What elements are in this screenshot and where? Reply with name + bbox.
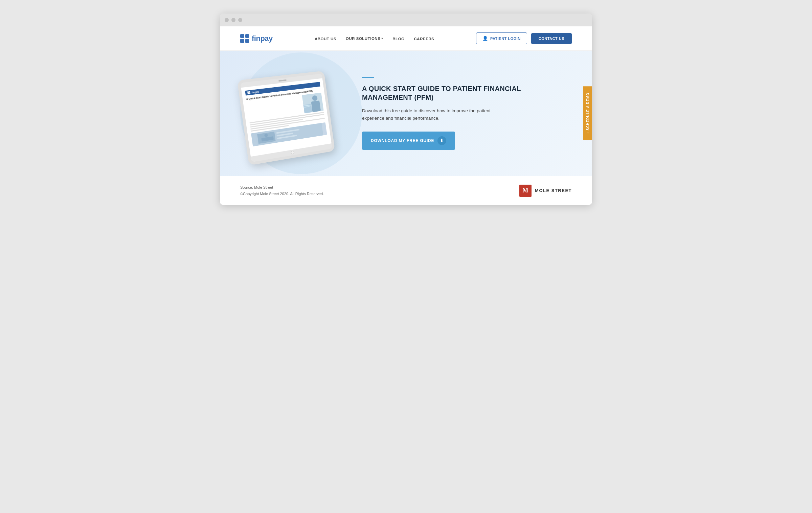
tablet-brand: finpay bbox=[251, 90, 259, 94]
tablet-logo-mini bbox=[247, 91, 250, 94]
mole-street-logo: M bbox=[519, 185, 532, 197]
hero-description: Download this free guide to discover how… bbox=[362, 107, 504, 122]
patient-login-label: PATIENT LOGIN bbox=[490, 37, 521, 41]
browser-dot-green bbox=[238, 18, 242, 22]
nav-link-solutions[interactable]: OUR SOLUTIONS bbox=[346, 37, 380, 41]
footer-brand: M MOLE STREET bbox=[519, 185, 572, 197]
nav-item-solutions[interactable]: OUR SOLUTIONS bbox=[346, 37, 383, 41]
download-label: DOWNLOAD MY FREE GUIDE bbox=[371, 138, 434, 143]
footer-source-info: Source: Mole Street ©Copyright Mole Stre… bbox=[240, 184, 324, 197]
nav-item-careers[interactable]: CAREERS bbox=[414, 36, 434, 42]
nav-link-careers[interactable]: CAREERS bbox=[414, 37, 434, 41]
tablet-person-image bbox=[302, 93, 323, 113]
footer-source-line1: Source: Mole Street bbox=[240, 184, 324, 191]
browser-dot-red bbox=[225, 18, 229, 22]
nav-actions: 👤 PATIENT LOGIN CONTACT US bbox=[476, 32, 572, 44]
hero-accent-line bbox=[362, 77, 374, 78]
contact-us-button[interactable]: CONTACT US bbox=[531, 33, 572, 44]
main-nav: ABOUT US OUR SOLUTIONS BLOG CAREERS bbox=[315, 36, 434, 42]
svg-rect-2 bbox=[311, 100, 321, 112]
person-icon: 👤 bbox=[482, 36, 488, 41]
mole-street-logo-letter: M bbox=[523, 187, 528, 194]
hero-content: A QUICK START GUIDE TO PATIENT FINANCIAL… bbox=[355, 60, 592, 166]
logo-text: finpay bbox=[252, 34, 273, 43]
contact-us-label: CONTACT US bbox=[539, 37, 564, 41]
patient-login-button[interactable]: 👤 PATIENT LOGIN bbox=[476, 32, 527, 44]
schedule-demo-label: + SCHEDULE A DEMO bbox=[586, 93, 590, 134]
download-button[interactable]: DOWNLOAD MY FREE GUIDE ⬇ bbox=[362, 132, 455, 150]
schedule-demo-tab[interactable]: + SCHEDULE A DEMO bbox=[583, 87, 592, 140]
footer-source-line2: ©Copyright Mole Street 2020. All Rights … bbox=[240, 191, 324, 197]
browser-window: finpay ABOUT US OUR SOLUTIONS BLOG CAREE… bbox=[220, 14, 592, 205]
site-header: finpay ABOUT US OUR SOLUTIONS BLOG CAREE… bbox=[220, 26, 592, 51]
tablet-home-button bbox=[291, 150, 294, 155]
nav-link-blog[interactable]: BLOG bbox=[392, 37, 404, 41]
browser-titlebar bbox=[220, 14, 592, 26]
page-wrapper: finpay ABOUT US OUR SOLUTIONS BLOG CAREE… bbox=[220, 26, 592, 205]
download-icon: ⬇ bbox=[437, 136, 446, 145]
nav-links: ABOUT US OUR SOLUTIONS BLOG CAREERS bbox=[315, 36, 434, 42]
browser-dot-yellow bbox=[231, 18, 235, 22]
person-silhouette-svg bbox=[302, 93, 323, 113]
logo[interactable]: finpay bbox=[240, 34, 273, 43]
hero-section: finpay A Quick Start Guide to Patient Fi… bbox=[220, 51, 592, 176]
tablet-screen: finpay A Quick Start Guide to Patient Fi… bbox=[241, 78, 331, 157]
mole-street-name: MOLE STREET bbox=[535, 188, 572, 193]
hero-tablet-wrap: finpay A Quick Start Guide to Patient Fi… bbox=[233, 68, 348, 158]
logo-grid-icon bbox=[240, 34, 249, 43]
hero-title: A QUICK START GUIDE TO PATIENT FINANCIAL… bbox=[362, 84, 565, 102]
nav-item-about[interactable]: ABOUT US bbox=[315, 36, 336, 42]
site-footer: Source: Mole Street ©Copyright Mole Stre… bbox=[220, 176, 592, 205]
tablet-device: finpay A Quick Start Guide to Patient Fi… bbox=[237, 71, 335, 165]
nav-link-about[interactable]: ABOUT US bbox=[315, 37, 336, 41]
nav-item-blog[interactable]: BLOG bbox=[392, 36, 404, 42]
